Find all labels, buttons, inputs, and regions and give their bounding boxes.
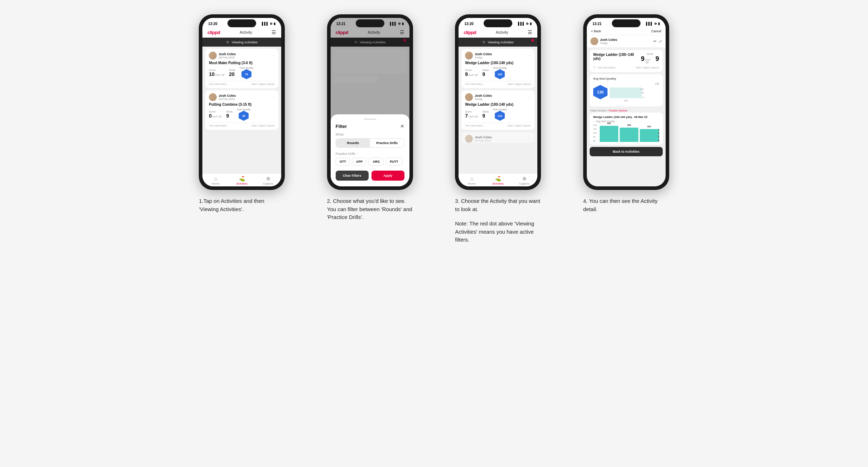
nav-activities-1[interactable]: ⛳ Activities	[229, 176, 255, 185]
drill-putt-2[interactable]: PUTT	[386, 158, 402, 166]
app-nav-3: clippd Activity ☰	[459, 28, 537, 38]
cancel-btn-4[interactable]: Cancel	[651, 29, 661, 33]
footer-left-3-2: Test Information	[465, 124, 483, 127]
user-date-1-2: 28 Feb 2023	[219, 97, 236, 101]
avatar-1-1	[209, 52, 217, 59]
info-icon-4: ⓘ	[593, 66, 596, 69]
user-info-3-2: Josh Coles Today	[475, 94, 492, 101]
wifi-icon-3: ⊜	[526, 22, 529, 25]
sq-label-1-2: Shot Quality	[237, 108, 250, 111]
hamburger-icon-1[interactable]: ☰	[272, 29, 276, 35]
activity-stats-1-2: Score 0 OUT OF Shots 9	[209, 108, 275, 121]
phone-notch-3	[484, 19, 512, 27]
back-to-activities-btn-4[interactable]: Back to Activities	[590, 147, 663, 156]
footer-right-3-2: Data: Clippd Capture	[508, 124, 531, 127]
modal-close-btn-2[interactable]: ✕	[400, 123, 404, 129]
nav-capture-1[interactable]: ⊕ Capture	[255, 176, 281, 185]
user-date-3-3: 28 Feb 2023	[475, 139, 492, 142]
activity-item-3-2[interactable]: Josh Coles Today ··· Wedge Ladder (100-1…	[461, 90, 534, 130]
drill-arg-2[interactable]: ARG	[369, 158, 384, 166]
footer-left-1-2: Test Information	[209, 124, 227, 127]
step1-caption: 1.Tap on Activities and then 'Viewing Ac…	[199, 197, 285, 213]
capture-icon-1: ⊕	[266, 176, 270, 181]
step2-screen: 13:21 ▌▌▌ ⊜ ▮ clippd Activity ☰ ⚙ View	[331, 18, 409, 186]
sq-label-1-1: Shot Quality	[240, 67, 253, 69]
y-120: 120	[593, 128, 597, 130]
nav-activities-3[interactable]: ⛳ Activities	[485, 176, 511, 185]
phone-notch-2	[356, 19, 384, 27]
more-icon-3-1[interactable]: ···	[527, 53, 531, 58]
sq-label-3-1: Shot Quality	[493, 67, 507, 69]
drill-app-2[interactable]: APP	[352, 158, 367, 166]
big-hex-4: 130	[593, 85, 608, 99]
bar-2-4: 129	[620, 128, 638, 142]
nav-capture-3[interactable]: ⊕ Capture	[511, 176, 537, 185]
step4-phone: 13:21 ▌▌▌ ⊜ ▮ < Back Cancel	[583, 14, 669, 190]
app-nav-1: clippd Activity ☰	[202, 28, 281, 38]
toggle-practice-2[interactable]: Practice Drills	[370, 139, 404, 147]
back-btn-4[interactable]: < Back	[591, 29, 601, 33]
shots-num-3-1: 9	[482, 71, 489, 77]
nav-home-3[interactable]: ⌂ Home	[459, 176, 485, 185]
user-info-1-1: Josh Coles 28 Feb 2023	[219, 52, 236, 59]
user-date-3-2: Today	[475, 97, 492, 101]
step1-column: 13:20 ▌▌▌ ⊜ ▮ clippd Activity ☰ ⚙ View	[183, 14, 301, 213]
activity-item-3-3[interactable]: Josh Coles 28 Feb 2023	[461, 132, 534, 143]
activity-stats-3-2: Score 7 OUT OF Shots 9	[465, 108, 531, 121]
score-label-3-2: Score	[465, 110, 478, 113]
shots-group-1-2: Shots 9	[226, 110, 232, 119]
detail-nav-4: < Back Cancel	[587, 28, 666, 35]
filter-bar-1[interactable]: ⚙ Viewing Activities	[202, 38, 281, 47]
drill-ott-2[interactable]: OTT	[336, 158, 350, 166]
edit-icon-4[interactable]: ✏	[653, 39, 657, 44]
activity-title-1-2: Putting Combine (3-15 ft)	[209, 103, 275, 106]
test-info-text-4: Test Information	[598, 66, 615, 69]
modal-header-2: Filter ✕	[336, 123, 404, 129]
shots-group-3-2: Shots 9	[482, 110, 489, 119]
score-out-3-1: OUT OF	[469, 74, 478, 76]
nav-activities-label-1: Activities	[236, 182, 248, 185]
bar-1-4: 132	[600, 126, 618, 142]
step4-caption: 4. You can then see the Activity detail.	[583, 197, 669, 213]
bottom-nav-3: ⌂ Home ⛳ Activities ⊕ Capture	[459, 173, 537, 186]
step4-column: 13:21 ▌▌▌ ⊜ ▮ < Back Cancel	[567, 14, 685, 213]
activity-header-1-2: Josh Coles 28 Feb 2023 ···	[209, 93, 275, 101]
red-dot-3	[531, 39, 534, 42]
detail-score-group-4: Score 9 OUT OF 9	[641, 53, 659, 64]
hamburger-icon-3[interactable]: ☰	[528, 29, 532, 35]
nav-home-1[interactable]: ⌂ Home	[202, 176, 229, 185]
svg-text:50: 50	[641, 92, 644, 94]
toggle-rounds-2[interactable]: Rounds	[336, 139, 370, 147]
filter-bar-3[interactable]: ⚙ Viewing Activities	[459, 38, 537, 47]
avatar-3-3	[465, 135, 473, 143]
user-date-1-1: 28 Feb 2023	[219, 56, 236, 59]
avatar-1-2	[209, 93, 217, 101]
activity-item-1-1[interactable]: Josh Coles 28 Feb 2023 ··· Must Make Put…	[205, 49, 278, 88]
step3-caption2: Note: The red dot above 'Viewing Activit…	[455, 220, 541, 244]
score-value-1-1: 10 OUT OF	[209, 71, 225, 77]
more-icon-3-2[interactable]: ···	[527, 95, 531, 100]
clear-filters-btn-2[interactable]: Clear Filters	[336, 171, 369, 181]
shot-quality-3-1: Shot Quality 130	[493, 67, 507, 79]
user-info-3-3: Josh Coles 28 Feb 2023	[475, 135, 492, 142]
detail-score-label-4: Score	[641, 53, 659, 55]
activity-item-3-1[interactable]: Josh Coles Today ··· Wedge Ladder (100-1…	[461, 49, 534, 88]
svg-text:0: 0	[642, 96, 644, 99]
signal-icon-4: ▌▌▌	[646, 22, 653, 25]
hex-badge-1-1: 75	[241, 69, 251, 79]
score-num-1-1: 10	[209, 71, 215, 77]
expand-icon-4[interactable]: ⤢	[659, 39, 662, 44]
mini-chart-svg-4: 100 50 0 APP	[610, 86, 646, 102]
activity-item-1-2[interactable]: Josh Coles 28 Feb 2023 ··· Putting Combi…	[205, 90, 278, 130]
more-icon-1-1[interactable]: ···	[271, 53, 275, 58]
apply-btn-2[interactable]: Apply	[371, 171, 404, 181]
chart-section-4: Avg Shot Quality 130 130 100 50 0	[590, 74, 663, 106]
battery-icon-3: ▮	[530, 22, 532, 25]
y-60: 60	[593, 140, 597, 142]
activity-title-1-1: Must Make Putting (3-6 ft)	[209, 61, 275, 65]
detail-avatar-4	[590, 37, 598, 45]
more-icon-1-2[interactable]: ···	[271, 95, 275, 100]
activity-footer-1-2: Test Information Data: Clippd Capture	[209, 123, 275, 127]
activity-header-3-1: Josh Coles Today ···	[465, 52, 531, 59]
score-value-3-2: 7 OUT OF	[465, 113, 478, 119]
